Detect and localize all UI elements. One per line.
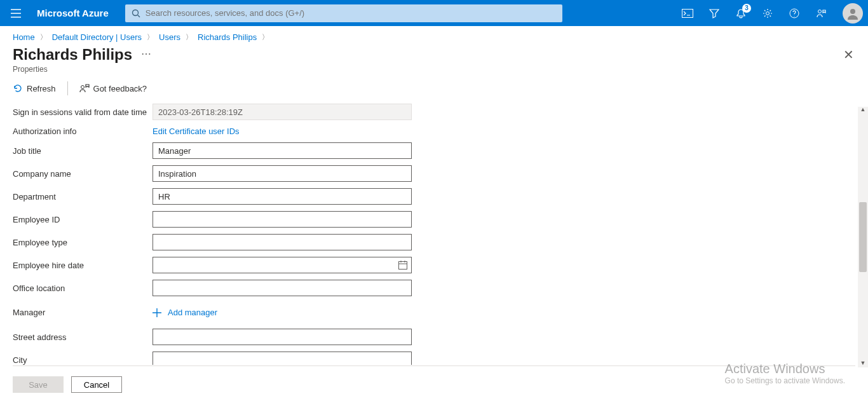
plus-icon: [153, 308, 161, 317]
brand-label: Microsoft Azure: [32, 8, 120, 18]
add-manager-label: Add manager: [168, 308, 217, 317]
avatar-icon: [846, 6, 860, 20]
gear-icon: [763, 8, 773, 18]
signin-sessions-row: Sign in sessions valid from date time: [13, 104, 858, 120]
refresh-button[interactable]: Refresh: [13, 83, 56, 93]
svg-rect-2: [682, 9, 693, 17]
account-avatar[interactable]: [843, 3, 863, 24]
hamburger-menu[interactable]: [0, 0, 32, 26]
toolbar-separator: [67, 81, 68, 95]
hamburger-icon: [11, 9, 21, 18]
filter-icon: [709, 8, 719, 18]
feedback-label: Got feedback?: [93, 84, 147, 93]
svg-rect-8: [399, 262, 407, 270]
employee-id-label: Employee ID: [13, 215, 153, 224]
job-title-label: Job title: [13, 146, 153, 156]
settings-button[interactable]: [755, 0, 780, 26]
breadcrumb-directory[interactable]: Default Directory | Users: [52, 32, 142, 42]
job-title-field[interactable]: [153, 142, 412, 159]
svg-line-1: [137, 15, 140, 17]
windows-activation-watermark: Activate Windows Go to Settings to activ…: [725, 362, 845, 385]
svg-point-5: [818, 10, 822, 13]
manager-label: Manager: [13, 308, 153, 317]
search-input[interactable]: [146, 8, 556, 18]
signin-sessions-field: [153, 104, 412, 120]
feedback-topbar-button[interactable]: [808, 0, 834, 26]
title-row: Richards Philips ⋯ ✕: [0, 44, 868, 64]
street-label: Street address: [13, 332, 153, 342]
department-row: Department: [13, 188, 858, 205]
top-bar: Microsoft Azure 3: [0, 0, 868, 26]
employee-hire-label: Employee hire date: [13, 261, 153, 270]
company-row: Company name: [13, 165, 858, 182]
department-field[interactable]: [153, 188, 412, 205]
notifications-button[interactable]: 3: [728, 0, 754, 26]
toolbar: Refresh Got feedback?: [0, 78, 868, 102]
form-scrollbar[interactable]: ▲ ▼: [858, 107, 868, 367]
street-row: Street address: [13, 329, 858, 345]
street-field[interactable]: [153, 329, 412, 345]
feedback-button[interactable]: Got feedback?: [79, 83, 147, 93]
refresh-icon: [13, 83, 23, 93]
auth-info-label: Authorization info: [13, 126, 153, 136]
svg-point-0: [132, 10, 138, 15]
scroll-up-arrow-icon[interactable]: ▲: [858, 105, 868, 114]
breadcrumb-home[interactable]: Home: [13, 32, 35, 42]
calendar-icon: [398, 260, 408, 270]
employee-hire-field[interactable]: [153, 257, 412, 273]
more-actions-button[interactable]: ⋯: [141, 48, 151, 62]
department-label: Department: [13, 192, 153, 202]
employee-type-row: Employee type: [13, 234, 858, 250]
save-button: Save: [13, 376, 64, 393]
person-feedback-icon: [79, 83, 90, 93]
svg-point-3: [766, 11, 770, 15]
job-title-row: Job title: [13, 142, 858, 159]
chevron-right-icon: 〉: [40, 32, 47, 42]
breadcrumb: Home 〉 Default Directory | Users 〉 Users…: [0, 26, 868, 44]
notification-badge: 3: [742, 4, 751, 13]
cloud-shell-icon: [682, 9, 693, 18]
office-location-row: Office location: [13, 280, 858, 296]
search-icon: [132, 9, 140, 18]
refresh-label: Refresh: [27, 84, 56, 93]
employee-type-label: Employee type: [13, 238, 153, 247]
global-search[interactable]: [125, 4, 562, 22]
page-subtitle: Properties: [0, 64, 868, 78]
watermark-title: Activate Windows: [725, 362, 845, 376]
svg-point-7: [81, 86, 84, 89]
directory-filter-button[interactable]: [702, 0, 727, 26]
breadcrumb-current[interactable]: Richards Philips: [198, 32, 257, 42]
person-feedback-icon: [816, 8, 826, 18]
employee-hire-row: Employee hire date: [13, 257, 858, 273]
signin-sessions-label: Sign in sessions valid from date time: [13, 107, 153, 117]
cloud-shell-button[interactable]: [675, 0, 700, 26]
scroll-thumb[interactable]: [859, 202, 867, 272]
scroll-down-arrow-icon[interactable]: ▼: [858, 359, 868, 367]
chevron-right-icon: 〉: [147, 32, 154, 42]
cancel-button[interactable]: Cancel: [71, 376, 122, 393]
chevron-right-icon: 〉: [186, 32, 193, 42]
employee-id-field[interactable]: [153, 211, 412, 228]
auth-info-row: Authorization info Edit Certificate user…: [13, 126, 858, 136]
chevron-right-icon: 〉: [262, 32, 269, 42]
calendar-picker-button[interactable]: [398, 260, 408, 270]
company-label: Company name: [13, 169, 153, 179]
add-manager-link[interactable]: Add manager: [153, 308, 217, 317]
form-area: Sign in sessions valid from date time Au…: [13, 104, 858, 365]
topbar-icons: 3: [675, 0, 837, 26]
help-button[interactable]: [782, 0, 807, 26]
company-field[interactable]: [153, 165, 412, 182]
city-label: City: [13, 355, 153, 365]
help-icon: [789, 8, 799, 18]
manager-row: Manager Add manager: [13, 308, 858, 317]
svg-point-6: [850, 9, 855, 14]
close-blade-button[interactable]: ✕: [843, 47, 855, 62]
breadcrumb-users[interactable]: Users: [159, 32, 180, 42]
office-location-label: Office location: [13, 283, 153, 293]
employee-id-row: Employee ID: [13, 211, 858, 228]
edit-certificate-link[interactable]: Edit Certificate user IDs: [153, 126, 240, 136]
page-title: Richards Philips: [13, 46, 132, 64]
city-field[interactable]: [153, 352, 412, 365]
employee-type-field[interactable]: [153, 234, 412, 250]
office-location-field[interactable]: [153, 280, 412, 296]
